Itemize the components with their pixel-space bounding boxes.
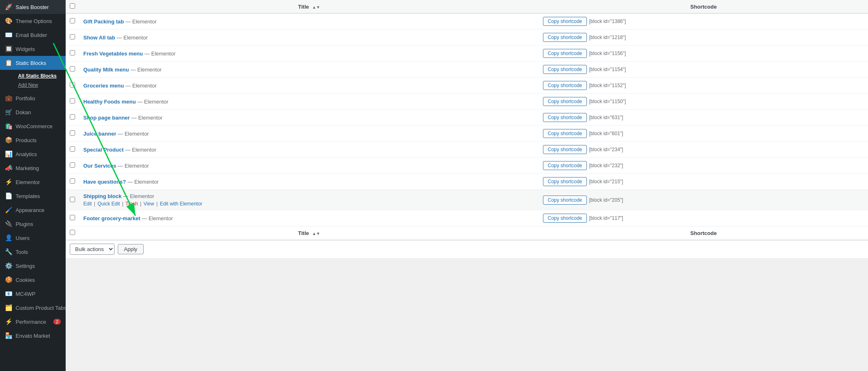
sidebar-item-elementor[interactable]: ⚡ Elementor: [0, 175, 66, 189]
row-title-cell-12: Shipping block — Elementor Edit | Quick …: [79, 190, 539, 210]
row-title-link-13[interactable]: Footer grocery-market: [83, 215, 140, 221]
copy-shortcode-btn-6[interactable]: Copy shortcode: [543, 97, 586, 106]
select-all-checkbox[interactable]: [70, 3, 75, 9]
copy-shortcode-btn-1[interactable]: Copy shortcode: [543, 17, 586, 26]
shortcode-text-7: [block id="631"]: [589, 115, 623, 120]
table-row: Shipping block — Elementor Edit | Quick …: [66, 190, 868, 210]
woocommerce-icon: 🛍️: [5, 122, 12, 130]
row-title-link-4[interactable]: Quality Milk menu: [83, 67, 129, 73]
row-checkbox-2[interactable]: [70, 34, 75, 39]
sidebar-item-cookies[interactable]: 🍪 Cookies: [0, 273, 66, 287]
row-title-link-1[interactable]: Gift Packing tab: [83, 18, 124, 25]
sidebar-item-marketing[interactable]: 📣 Marketing: [0, 161, 66, 175]
sidebar-item-plugins[interactable]: 🔌 Plugins: [0, 217, 66, 231]
title-column-header[interactable]: Title ▲▼: [79, 0, 539, 14]
copy-shortcode-btn-4[interactable]: Copy shortcode: [543, 65, 586, 74]
sidebar-item-email-builder[interactable]: ✉️ Email Builder: [0, 28, 66, 42]
row-checkbox-13[interactable]: [70, 215, 75, 220]
row-checkbox-11[interactable]: [70, 178, 75, 184]
title-col-footer[interactable]: Title ▲▼: [79, 226, 539, 240]
shortcode-col-footer-label: Shortcode: [690, 230, 717, 236]
row-checkbox-4[interactable]: [70, 66, 75, 71]
row-title-link-6[interactable]: Healthy Foods menu: [83, 99, 136, 105]
sidebar-sub-item-all-static-blocks[interactable]: All Static Blocks: [15, 71, 66, 81]
sidebar-label-email-builder: Email Builder: [16, 32, 47, 38]
row-checkbox-1[interactable]: [70, 18, 75, 23]
trash-link-12[interactable]: Trash: [126, 201, 138, 207]
row-checkbox-10[interactable]: [70, 162, 75, 168]
table-row: Quality Milk menu — Elementor Copy short…: [66, 62, 868, 78]
sidebar-item-mc4wp[interactable]: 📧 MC4WP: [0, 287, 66, 301]
row-builder-3: — Elementor: [144, 51, 176, 57]
sidebar-submenu: All Static BlocksAdd New: [0, 70, 66, 91]
title-col-label: Title: [298, 4, 309, 10]
select-all-checkbox-footer[interactable]: [70, 230, 75, 235]
copy-shortcode-btn-3[interactable]: Copy shortcode: [543, 49, 586, 58]
sidebar-item-theme-options[interactable]: 🎨 Theme Options: [0, 14, 66, 28]
sidebar-item-templates[interactable]: 📄 Templates: [0, 189, 66, 203]
copy-shortcode-btn-9[interactable]: Copy shortcode: [543, 145, 586, 154]
row-builder-6: — Elementor: [137, 99, 168, 105]
row-title-link-8[interactable]: Juice banner: [83, 131, 116, 137]
row-title-link-11[interactable]: Have questions?: [83, 179, 126, 185]
sidebar-item-sales-booster[interactable]: 🚀 Sales Booster: [0, 0, 66, 14]
edit-link-12[interactable]: Edit: [83, 201, 92, 207]
sidebar-item-widgets[interactable]: 🔲 Widgets: [0, 42, 66, 56]
sidebar-sub-item-add-new[interactable]: Add New: [15, 81, 66, 90]
copy-shortcode-btn-8[interactable]: Copy shortcode: [543, 129, 586, 138]
users-icon: 👤: [5, 234, 12, 242]
sidebar-item-appearance[interactable]: 🖌️ Appearance: [0, 203, 66, 217]
row-checkbox-6[interactable]: [70, 98, 75, 104]
sidebar-item-products[interactable]: 📦 Products: [0, 133, 66, 147]
row-title-link-10[interactable]: Our Services: [83, 163, 116, 169]
row-checkbox-8[interactable]: [70, 130, 75, 136]
row-checkbox-3[interactable]: [70, 50, 75, 55]
sidebar-item-users[interactable]: 👤 Users: [0, 231, 66, 245]
sidebar-item-portfolio[interactable]: 💼 Portfolio: [0, 91, 66, 105]
table-row: Gift Packing tab — Elementor Copy shortc…: [66, 14, 868, 30]
copy-shortcode-btn-10[interactable]: Copy shortcode: [543, 161, 586, 170]
row-checkbox-cell: [66, 190, 79, 210]
row-title-link-7[interactable]: Shop page banner: [83, 115, 130, 121]
copy-shortcode-btn-12[interactable]: Copy shortcode: [543, 196, 586, 205]
shortcode-text-1: [block id="1386"]: [589, 18, 626, 24]
sidebar-item-tools[interactable]: 🔧 Tools: [0, 245, 66, 259]
copy-shortcode-btn-13[interactable]: Copy shortcode: [543, 214, 586, 223]
copy-shortcode-btn-5[interactable]: Copy shortcode: [543, 81, 586, 90]
apply-button[interactable]: Apply: [118, 244, 144, 254]
table-row: Fresh Vegetables menu — Elementor Copy s…: [66, 46, 868, 62]
row-title-link-2[interactable]: Show All tab: [83, 35, 115, 41]
copy-shortcode-btn-2[interactable]: Copy shortcode: [543, 33, 586, 42]
sidebar-item-settings[interactable]: ⚙️ Settings: [0, 259, 66, 273]
products-icon: 📦: [5, 136, 12, 144]
row-builder-1: — Elementor: [126, 18, 157, 25]
shortcode-col-footer: Shortcode: [539, 226, 868, 240]
sidebar-item-dokan[interactable]: 🛒 Dokan: [0, 105, 66, 119]
view-link-12[interactable]: View: [144, 201, 154, 207]
sidebar-item-custom-product-tabs[interactable]: 🗂️ Custom Product Tabs: [0, 301, 66, 315]
dokan-icon: 🛒: [5, 108, 12, 116]
sidebar-item-woocommerce[interactable]: 🛍️ WooCommerce: [0, 119, 66, 133]
sidebar-item-static-blocks[interactable]: 📋 Static Blocks: [0, 56, 66, 70]
row-title-link-3[interactable]: Fresh Vegetables menu: [83, 51, 143, 57]
sidebar-label-theme-options: Theme Options: [16, 18, 52, 24]
bulk-actions-select[interactable]: Bulk actions Delete: [70, 244, 115, 255]
row-title-link-9[interactable]: Special Product: [83, 147, 124, 153]
sidebar-item-performance[interactable]: ⚡ Performance 2: [0, 315, 66, 329]
row-checkbox-9[interactable]: [70, 146, 75, 152]
copy-shortcode-btn-7[interactable]: Copy shortcode: [543, 113, 586, 122]
edit-elementor-link-12[interactable]: Edit with Elementor: [160, 201, 202, 207]
row-title-link-5[interactable]: Groceries menu: [83, 83, 124, 89]
sidebar-item-envato-market[interactable]: 🏪 Envato Market: [0, 329, 66, 343]
row-shortcode-cell-7: Copy shortcode [block id="631"]: [539, 110, 868, 126]
row-checkbox-5[interactable]: [70, 82, 75, 88]
row-title-cell-9: Special Product — Elementor: [79, 142, 539, 158]
row-checkbox-7[interactable]: [70, 114, 75, 120]
quick-edit-link-12[interactable]: Quick Edit: [98, 201, 120, 207]
cookies-icon: 🍪: [5, 276, 12, 283]
sidebar-item-analytics[interactable]: 📊 Analytics: [0, 147, 66, 161]
appearance-icon: 🖌️: [5, 206, 12, 214]
row-title-link-12[interactable]: Shipping block: [83, 193, 121, 199]
copy-shortcode-btn-11[interactable]: Copy shortcode: [543, 177, 586, 186]
row-checkbox-12[interactable]: [70, 197, 75, 202]
